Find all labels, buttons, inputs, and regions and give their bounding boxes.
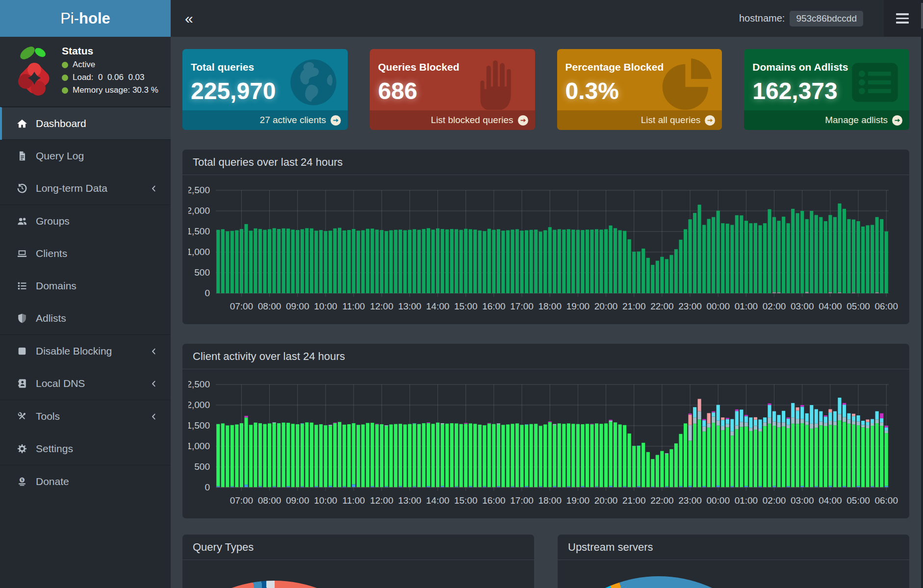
svg-text:02:00: 02:00 xyxy=(763,301,786,311)
svg-text:13:00: 13:00 xyxy=(398,495,422,506)
svg-text:01:00: 01:00 xyxy=(735,301,758,311)
svg-text:01:00: 01:00 xyxy=(735,495,758,506)
sidebar-item-disable-blocking[interactable]: Disable Blocking xyxy=(0,334,171,367)
sidebar-item-domains[interactable]: Domains xyxy=(0,270,171,302)
menu-toggle-button[interactable] xyxy=(884,0,921,37)
page-scrollbar[interactable] xyxy=(921,0,923,588)
hostname-label: hostname: xyxy=(739,13,785,24)
svg-text:500: 500 xyxy=(194,267,210,278)
gear-icon xyxy=(16,443,28,455)
tools-icon xyxy=(16,410,28,422)
svg-text:22:00: 22:00 xyxy=(650,301,674,311)
svg-text:04:00: 04:00 xyxy=(819,495,842,506)
svg-text:16:00: 16:00 xyxy=(482,301,506,311)
query-types-panel: Query Types xyxy=(182,535,534,588)
svg-text:05:00: 05:00 xyxy=(846,495,870,506)
card-footer-link[interactable]: Manage adlists xyxy=(744,110,909,130)
svg-text:06:00: 06:00 xyxy=(874,495,898,506)
query-types-pie[interactable] xyxy=(182,581,402,588)
svg-text:2,500: 2,500 xyxy=(188,185,210,195)
status-dot xyxy=(62,87,68,94)
svg-text:10:00: 10:00 xyxy=(314,301,337,311)
pie-icon xyxy=(660,55,715,110)
svg-text:11:00: 11:00 xyxy=(342,301,365,311)
sidebar-item-dashboard[interactable]: Dashboard xyxy=(0,107,171,140)
card-footer-link[interactable]: List all queries xyxy=(557,110,722,130)
panel-title: Client activity over last 24 hours xyxy=(182,344,909,369)
svg-text:23:00: 23:00 xyxy=(678,495,702,506)
svg-text:13:00: 13:00 xyxy=(398,301,422,311)
svg-text:2,000: 2,000 xyxy=(188,205,210,216)
svg-text:0: 0 xyxy=(205,288,210,298)
upstream-servers-pie[interactable] xyxy=(558,576,786,588)
svg-text:1,000: 1,000 xyxy=(188,441,210,451)
sidebar-item-query-log[interactable]: Query Log xyxy=(0,140,171,172)
svg-text:08:00: 08:00 xyxy=(258,301,282,311)
svg-text:20:00: 20:00 xyxy=(594,301,618,311)
topbar: « hostname: 953c86bdccdd xyxy=(171,0,923,37)
sidebar-item-tools[interactable]: Tools xyxy=(0,400,171,433)
svg-text:11:00: 11:00 xyxy=(342,495,365,506)
chevron-left-icon xyxy=(150,347,158,356)
svg-text:04:00: 04:00 xyxy=(819,301,842,311)
sidebar-item-clients[interactable]: Clients xyxy=(0,237,171,270)
svg-text:14:00: 14:00 xyxy=(426,495,450,506)
svg-text:03:00: 03:00 xyxy=(791,495,814,506)
sidebar-item-donate[interactable]: $Donate xyxy=(0,465,171,498)
hand-icon xyxy=(473,55,528,110)
status-dot xyxy=(62,62,68,68)
status-load: Load: 0 0.06 0.03 xyxy=(62,73,158,82)
card-total-queries: Total queries225,97027 active clients xyxy=(182,49,348,130)
client-activity-panel: Client activity over last 24 hours 05001… xyxy=(182,344,909,518)
svg-text:15:00: 15:00 xyxy=(454,301,478,311)
arrow-circle-icon xyxy=(705,115,715,126)
card-footer-link[interactable]: 27 active clients xyxy=(182,110,348,130)
svg-text:17:00: 17:00 xyxy=(510,495,534,506)
svg-text:00:00: 00:00 xyxy=(706,495,730,506)
panel-title: Upstream servers xyxy=(558,535,909,560)
svg-text:1,500: 1,500 xyxy=(188,420,210,431)
svg-text:18:00: 18:00 xyxy=(538,301,562,311)
list-icon xyxy=(16,280,28,292)
svg-text:2,000: 2,000 xyxy=(188,400,210,410)
chevron-left-icon xyxy=(150,412,158,421)
svg-text:21:00: 21:00 xyxy=(622,495,646,506)
sidebar-item-groups[interactable]: Groups xyxy=(0,205,171,237)
listalt-icon xyxy=(847,55,902,110)
svg-text:14:00: 14:00 xyxy=(426,301,450,311)
client-activity-chart[interactable]: 05001,0001,5002,0002,50007:0008:0009:001… xyxy=(188,369,903,514)
sidebar-item-adlists[interactable]: Adlists xyxy=(0,302,171,334)
sidebar-item-settings[interactable]: Settings xyxy=(0,433,171,465)
home-icon xyxy=(16,118,28,129)
status-title: Status xyxy=(62,45,158,57)
upstream-servers-panel: Upstream servers xyxy=(558,535,909,588)
panel-title: Total queries over last 24 hours xyxy=(182,150,909,175)
app-logo[interactable]: Pi-hole xyxy=(0,0,171,37)
file-icon xyxy=(16,150,28,162)
svg-text:$: $ xyxy=(21,478,24,482)
svg-text:0: 0 xyxy=(205,482,210,492)
svg-text:02:00: 02:00 xyxy=(763,495,786,506)
svg-text:12:00: 12:00 xyxy=(370,301,393,311)
status-memory: Memory usage: 30.3 % xyxy=(62,85,158,95)
sidebar-item-local-dns[interactable]: Local DNS xyxy=(0,367,171,400)
summary-cards: Total queries225,97027 active clientsQue… xyxy=(182,49,909,130)
svg-text:12:00: 12:00 xyxy=(370,495,393,506)
total-queries-chart[interactable]: 05001,0001,5002,0002,50007:0008:0009:001… xyxy=(188,175,903,320)
main-content: Total queries225,97027 active clientsQue… xyxy=(171,37,923,588)
sidebar-menu: DashboardQuery LogLong-term DataGroupsCl… xyxy=(0,107,171,498)
chevron-left-icon xyxy=(150,184,158,193)
card-queries-blocked: Queries Blocked686List blocked queries xyxy=(370,49,535,130)
sidebar-item-long-term-data[interactable]: Long-term Data xyxy=(0,172,171,205)
shield-icon xyxy=(16,312,28,324)
card-footer-link[interactable]: List blocked queries xyxy=(370,110,535,130)
svg-text:07:00: 07:00 xyxy=(230,301,254,311)
card-percentage-blocked: Percentage Blocked0.3%List all queries xyxy=(557,49,722,130)
svg-text:2,500: 2,500 xyxy=(188,379,210,389)
sidebar-collapse-icon[interactable]: « xyxy=(185,0,193,37)
svg-text:20:00: 20:00 xyxy=(594,495,618,506)
donate-icon: $ xyxy=(16,476,28,487)
raspberry-logo xyxy=(15,44,54,101)
svg-text:1,500: 1,500 xyxy=(188,226,210,236)
sidebar: Pi-hole Status Active Load: 0 0.06 0.03 … xyxy=(0,0,171,588)
